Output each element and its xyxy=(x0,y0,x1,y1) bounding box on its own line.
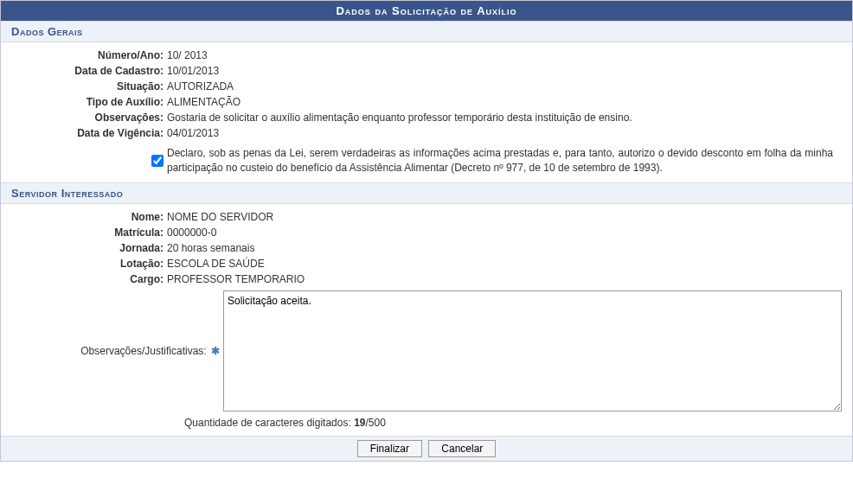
field-lotacao: Lotação: ESCOLA DE SAÚDE xyxy=(11,258,842,270)
value-observacoes: Gostaria de solicitar o auxílio alimenta… xyxy=(167,112,842,124)
label-jornada: Jornada: xyxy=(11,242,167,254)
value-cargo: PROFESSOR TEMPORARIO xyxy=(167,273,842,285)
label-data-cadastro: Data de Cadastro: xyxy=(11,65,167,77)
label-situacao: Situação: xyxy=(11,80,167,93)
value-matricula: 0000000-0 xyxy=(167,226,842,239)
value-situacao: AUTORIZADA xyxy=(167,80,842,93)
field-observacoes: Observações: Gostaria de solicitar o aux… xyxy=(11,112,842,124)
cancelar-button[interactable]: Cancelar xyxy=(428,440,496,457)
declaration-text: Declaro, sob as penas da Lei, serem verd… xyxy=(167,146,842,175)
form-container: Dados da Solicitação de Auxílio Dados Ge… xyxy=(0,0,853,462)
value-tipo-auxilio: ALIMENTAÇÃO xyxy=(167,96,842,108)
label-observacoes-justificativas: Observações/Justificativas: ✱ xyxy=(11,345,223,357)
required-star-icon: ✱ xyxy=(211,345,220,357)
declaration-row: Declaro, sob as penas da Lei, serem verd… xyxy=(11,146,842,175)
field-situacao: Situação: AUTORIZADA xyxy=(11,80,842,93)
finalizar-button[interactable]: Finalizar xyxy=(357,440,422,457)
value-nome: NOME DO SERVIDOR xyxy=(167,211,842,223)
value-lotacao: ESCOLA DE SAÚDE xyxy=(167,258,842,270)
field-matricula: Matrícula: 0000000-0 xyxy=(11,226,842,239)
section-header-dados-gerais: Dados Gerais xyxy=(1,21,852,42)
char-count-max: /500 xyxy=(365,417,385,429)
field-numero-ano: Número/Ano: 10/ 2013 xyxy=(11,49,842,61)
section-body-dados-gerais: Número/Ano: 10/ 2013 Data de Cadastro: 1… xyxy=(1,42,852,182)
label-lotacao: Lotação: xyxy=(11,258,167,270)
declaration-checkbox-wrap xyxy=(11,146,167,169)
field-tipo-auxilio: Tipo de Auxílio: ALIMENTAÇÃO xyxy=(11,96,842,108)
value-jornada: 20 horas semanais xyxy=(167,242,842,254)
value-numero-ano: 10/ 2013 xyxy=(167,49,842,61)
declaration-checkbox[interactable] xyxy=(151,155,164,167)
field-nome: Nome: NOME DO SERVIDOR xyxy=(11,211,842,223)
label-observacoes-justificativas-text: Observações/Justificativas: xyxy=(80,345,206,357)
char-count-row: Quantidade de caracteres digitados: 19/5… xyxy=(11,417,842,429)
page-title: Dados da Solicitação de Auxílio xyxy=(1,1,852,21)
char-count-label: Quantidade de caracteres digitados: 19/5… xyxy=(184,417,386,429)
value-data-cadastro: 10/01/2013 xyxy=(167,65,842,77)
button-bar: Finalizar Cancelar xyxy=(1,436,852,461)
field-data-cadastro: Data de Cadastro: 10/01/2013 xyxy=(11,65,842,77)
label-numero-ano: Número/Ano: xyxy=(11,49,167,61)
label-tipo-auxilio: Tipo de Auxílio: xyxy=(11,96,167,108)
field-jornada: Jornada: 20 horas semanais xyxy=(11,242,842,254)
section-header-servidor-interessado: Servidor Interessado xyxy=(1,182,852,204)
label-data-vigencia: Data de Vigência: xyxy=(11,127,167,139)
field-data-vigencia: Data de Vigência: 04/01/2013 xyxy=(11,127,842,139)
observacoes-justificativas-textarea[interactable] xyxy=(223,290,842,411)
section-body-servidor-interessado: Nome: NOME DO SERVIDOR Matrícula: 000000… xyxy=(1,204,852,436)
label-cargo: Cargo: xyxy=(11,273,167,285)
field-cargo: Cargo: PROFESSOR TEMPORARIO xyxy=(11,273,842,285)
label-observacoes: Observações: xyxy=(11,112,167,124)
value-data-vigencia: 04/01/2013 xyxy=(167,127,842,139)
label-matricula: Matrícula: xyxy=(11,226,167,239)
label-nome: Nome: xyxy=(11,211,167,223)
field-observacoes-justificativas: Observações/Justificativas: ✱ xyxy=(11,290,842,411)
char-count-current: 19 xyxy=(354,417,365,429)
char-count-prefix: Quantidade de caracteres digitados: xyxy=(184,417,354,429)
